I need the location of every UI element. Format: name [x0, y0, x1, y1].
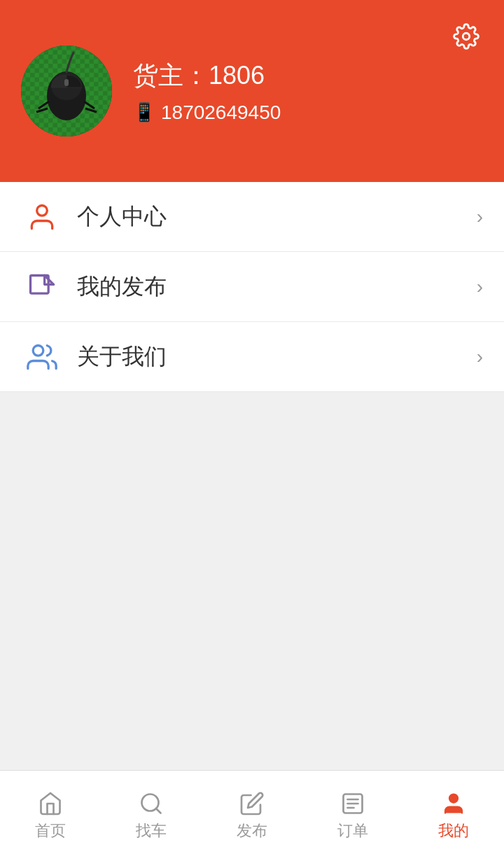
my-publish-icon — [21, 266, 63, 308]
home-label: 首页 — [35, 820, 66, 841]
settings-button[interactable] — [449, 20, 483, 53]
personal-center-label: 个人中心 — [77, 202, 477, 232]
publish-label: 发布 — [237, 820, 267, 841]
my-publish-label: 我的发布 — [77, 272, 477, 302]
nav-item-publish[interactable]: 发布 — [202, 771, 302, 861]
avatar[interactable] — [21, 46, 112, 136]
personal-center-chevron: › — [477, 206, 483, 228]
find-car-label: 找车 — [136, 820, 167, 841]
nav-item-order[interactable]: 订单 — [302, 771, 403, 861]
personal-center-icon — [21, 196, 63, 238]
bottom-nav: 首页 找车 发布 订单 — [0, 770, 504, 861]
publish-icon — [239, 791, 265, 816]
user-name: 货主：1806 — [133, 59, 281, 93]
user-phone: 📱 18702649450 — [133, 102, 281, 124]
svg-point-14 — [33, 345, 43, 356]
nav-item-mine[interactable]: 我的 — [403, 771, 504, 861]
about-us-icon — [21, 336, 63, 378]
user-info: 货主：1806 📱 18702649450 — [133, 59, 281, 124]
my-publish-chevron: › — [477, 276, 483, 298]
about-us-chevron: › — [477, 346, 483, 368]
order-label: 订单 — [337, 820, 368, 841]
about-us-label: 关于我们 — [77, 342, 477, 372]
mine-icon — [441, 791, 466, 816]
menu-list: 个人中心 › 我的发布 › 关于我们 › — [0, 182, 504, 392]
find-car-icon — [139, 791, 164, 816]
menu-item-about-us[interactable]: 关于我们 › — [0, 322, 504, 392]
svg-line-16 — [156, 808, 161, 813]
order-icon — [340, 791, 365, 816]
phone-icon: 📱 — [133, 102, 155, 123]
svg-point-0 — [463, 33, 470, 40]
profile-header: 货主：1806 📱 18702649450 — [0, 0, 504, 182]
mine-label: 我的 — [438, 820, 469, 841]
svg-rect-7 — [64, 79, 69, 86]
menu-item-personal-center[interactable]: 个人中心 › — [0, 182, 504, 252]
svg-point-12 — [37, 205, 48, 216]
home-icon — [38, 791, 63, 816]
menu-item-my-publish[interactable]: 我的发布 › — [0, 252, 504, 322]
nav-item-home[interactable]: 首页 — [0, 771, 101, 861]
nav-item-find-car[interactable]: 找车 — [101, 771, 202, 861]
svg-point-21 — [449, 794, 458, 802]
